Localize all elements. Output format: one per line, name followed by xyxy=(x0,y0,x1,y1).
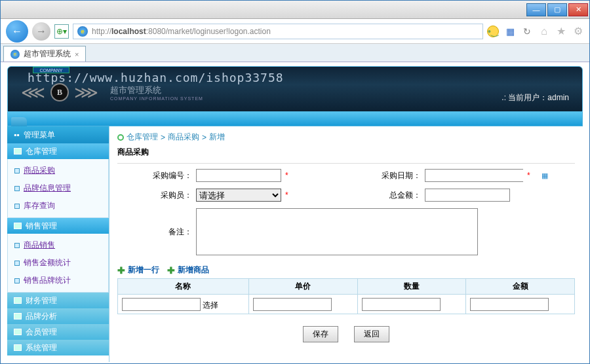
bullet-icon xyxy=(14,243,20,248)
folder-icon xyxy=(14,148,22,155)
brand-badge: B xyxy=(50,83,69,101)
sidebar-menu-header: ▪▪管理菜单 xyxy=(7,126,109,143)
watermark: https://www.huzhan.com/ishop33758 xyxy=(28,71,284,84)
close-button[interactable]: ✕ xyxy=(568,3,588,16)
sidebar-group-5[interactable]: 系统管理 xyxy=(7,340,109,355)
col-amount: 金额 xyxy=(466,279,575,295)
refresh-icon[interactable]: ↻ xyxy=(521,26,533,37)
label-total: 总金额： xyxy=(346,190,425,201)
tab-close-icon[interactable]: × xyxy=(75,50,79,58)
folder-icon xyxy=(14,223,22,229)
minimize-button[interactable]: — xyxy=(526,3,546,16)
calendar-icon[interactable]: ▦ xyxy=(541,172,548,180)
input-total[interactable] xyxy=(425,189,510,202)
table-row: 选择 xyxy=(118,295,575,314)
link-add-row[interactable]: ✚新增一行 xyxy=(117,264,159,276)
section-title: 商品采购 xyxy=(117,147,575,158)
back-button[interactable]: ← xyxy=(6,20,28,43)
cell-amount-input[interactable] xyxy=(470,298,549,311)
sidebar: ▪▪管理菜单 仓库管理商品采购品牌信息管理库存查询销售管理商品销售销售金额统计销… xyxy=(7,126,109,362)
emoji-icon[interactable]: •‿ xyxy=(487,26,499,37)
compat-icon[interactable]: ▦ xyxy=(504,26,516,37)
breadcrumb: 仓库管理 > 商品采购 > 新增 xyxy=(117,132,575,143)
wing-right-icon: ⋙ xyxy=(74,82,98,103)
back-button-form[interactable]: 返回 xyxy=(354,326,389,342)
folder-icon xyxy=(14,329,22,335)
items-grid: 名称 单价 数量 金额 选择 xyxy=(117,278,575,314)
label-remark: 备注： xyxy=(117,227,196,238)
bullet-icon xyxy=(14,261,20,266)
forward-button[interactable]: → xyxy=(32,22,50,41)
app-toolbar xyxy=(7,112,583,126)
main-content: 仓库管理 > 商品采购 > 新增 商品采购 采购编号： * 采购日期： ▦ * xyxy=(109,126,583,362)
col-qty: 数量 xyxy=(357,279,466,295)
ie-icon: e xyxy=(10,50,20,59)
cell-price-input[interactable] xyxy=(253,298,332,311)
sidebar-group-2[interactable]: 财务管理 xyxy=(7,293,109,308)
bullet-icon xyxy=(14,168,20,173)
textarea-remark[interactable] xyxy=(196,208,478,255)
folder-icon xyxy=(14,297,22,304)
label-purchase-no: 采购编号： xyxy=(117,170,196,181)
item-stock-query[interactable]: 库存查询 xyxy=(8,197,108,215)
home-icon[interactable]: ⌂ xyxy=(538,26,550,37)
tab-current[interactable]: e 超市管理系统 × xyxy=(3,46,86,62)
browser-nav: ← → ⊕▾ e http://localhost:8080/market/lo… xyxy=(1,19,589,44)
security-shield-icon[interactable]: ⊕▾ xyxy=(54,24,69,39)
col-name: 名称 xyxy=(118,279,249,295)
bullet-icon xyxy=(14,186,20,191)
cell-qty-input[interactable] xyxy=(362,298,441,311)
item-goods-purchase[interactable]: 商品采购 xyxy=(8,162,108,179)
ie-icon: e xyxy=(77,26,88,37)
breadcrumb-icon xyxy=(117,134,124,141)
item-brand-info[interactable]: 品牌信息管理 xyxy=(8,179,108,197)
select-product-link[interactable]: 选择 xyxy=(203,300,218,309)
select-purchaser[interactable]: 请选择 xyxy=(196,189,281,202)
sidebar-group-1[interactable]: 销售管理 xyxy=(7,218,109,234)
col-price: 单价 xyxy=(248,279,357,295)
folder-icon xyxy=(14,313,22,319)
folder-tab-icon xyxy=(11,117,27,126)
add-icon: ✚ xyxy=(117,265,125,276)
maximize-button[interactable]: ▢ xyxy=(547,3,567,16)
favorites-icon[interactable]: ★ xyxy=(555,26,567,37)
item-goods-sale[interactable]: 商品销售 xyxy=(8,236,108,254)
sidebar-group-3[interactable]: 品牌分析 xyxy=(7,308,109,324)
add-icon: ✚ xyxy=(167,265,175,276)
sidebar-group-4[interactable]: 会员管理 xyxy=(7,324,109,340)
input-purchase-no[interactable] xyxy=(196,169,281,182)
browser-tabs: e 超市管理系统 × xyxy=(1,44,589,62)
bullet-icon xyxy=(14,278,20,283)
address-bar[interactable]: e http://localhost:8080/market/loginuser… xyxy=(73,24,483,39)
tools-gear-icon[interactable]: ⚙ xyxy=(572,26,584,37)
current-user: .: 当前用户：admin xyxy=(502,92,569,103)
link-add-product[interactable]: ✚新增商品 xyxy=(167,264,209,276)
cell-name-input[interactable] xyxy=(122,298,201,311)
label-purchase-date: 采购日期： xyxy=(346,170,425,181)
window-titlebar: — ▢ ✕ xyxy=(1,1,589,19)
bullet-icon xyxy=(14,204,20,209)
folder-icon xyxy=(14,344,22,351)
wing-left-icon: ⋘ xyxy=(21,82,45,103)
item-sale-amount[interactable]: 销售金额统计 xyxy=(8,254,108,272)
app-header: COMPANY https://www.huzhan.com/ishop3375… xyxy=(7,66,583,112)
sidebar-group-0[interactable]: 仓库管理 xyxy=(7,143,109,159)
label-purchaser: 采购员： xyxy=(117,190,196,201)
input-purchase-date[interactable] xyxy=(425,170,541,181)
item-sale-brand[interactable]: 销售品牌统计 xyxy=(8,272,108,289)
save-button[interactable]: 保存 xyxy=(303,326,338,342)
